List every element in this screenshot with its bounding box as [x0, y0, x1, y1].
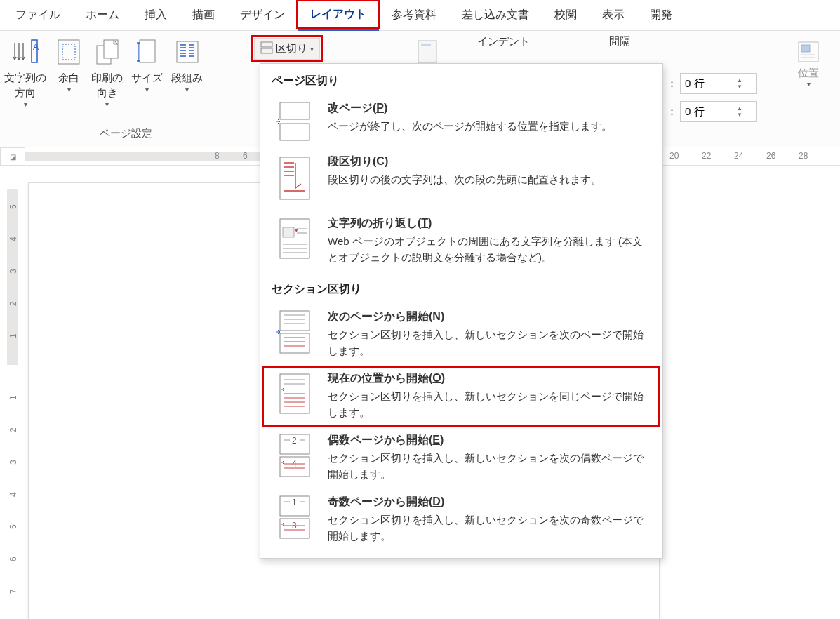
- column-break-icon: [274, 154, 315, 204]
- svg-rect-19: [280, 311, 309, 331]
- ruler-corner: ◪: [0, 147, 25, 166]
- tab-draw[interactable]: 描画: [180, 1, 227, 29]
- page-break-icon: [274, 101, 315, 142]
- ruler-mark: 8: [215, 151, 220, 161]
- breaks-button[interactable]: 区切り ▾: [254, 38, 320, 60]
- text-wrap-break-icon: [274, 216, 315, 261]
- section-break-odd-page[interactable]: 13 奇数ページから開始(D) セクション区切りを挿入し、新しいセクションを次の…: [260, 489, 662, 551]
- tab-review[interactable]: 校閲: [542, 1, 589, 29]
- vertical-ruler[interactable]: 5 4 3 2 1 1 2 3 4 5 6 7 8 9: [0, 189, 25, 619]
- section-odd-page-icon: 13: [274, 495, 315, 540]
- svg-text:1: 1: [292, 498, 297, 507]
- spacing-after-input[interactable]: ▲▼: [680, 101, 757, 122]
- spacing-after-value[interactable]: [681, 105, 737, 119]
- breaks-dropdown: ページ区切り 改ページ(P) ページが終了し、次のページが開始する位置を指定しま…: [260, 63, 663, 559]
- ruler-mark: 8: [8, 612, 18, 619]
- section-break-next-page[interactable]: 次のページから開始(N) セクション区切りを挿入し、新しいセクションを次のページ…: [260, 304, 662, 366]
- margins-icon: [55, 38, 83, 66]
- tab-references[interactable]: 参考資料: [379, 1, 449, 29]
- ruler-mark: 28: [799, 151, 808, 161]
- tab-insert[interactable]: 挿入: [132, 1, 180, 29]
- orientation-label: 印刷の 向き: [91, 70, 123, 100]
- break-column[interactable]: 段区切り(C) 段区切りの後の文字列は、次の段の先頭に配置されます。: [260, 149, 662, 211]
- ruler-mark: 5: [8, 195, 18, 209]
- svg-text:A: A: [33, 42, 39, 52]
- chevron-down-icon: ▾: [145, 85, 149, 95]
- size-label: サイズ: [131, 70, 163, 85]
- text-direction-label: 文字列の 方向: [4, 70, 46, 100]
- ruler-mark: 4: [8, 483, 18, 497]
- svg-rect-20: [280, 333, 309, 353]
- section-continuous-icon: [274, 371, 315, 416]
- chevron-down-icon: ▾: [185, 85, 189, 95]
- text-direction-button[interactable]: A 文字列の 方向 ▾: [0, 35, 51, 112]
- text-direction-icon: A: [11, 38, 39, 66]
- ruler-mark: 22: [702, 151, 711, 161]
- svg-rect-16: [280, 157, 309, 199]
- chevron-down-icon: ▾: [807, 80, 811, 88]
- section-break-continuous-desc: セクション区切りを挿入し、新しいセクションを同じページで開始します。: [328, 389, 651, 420]
- ruler-mark: 6: [8, 547, 18, 561]
- ribbon-tabs: ファイル ホーム 挿入 描画 デザイン レイアウト 参考資料 差し込み文書 校閲…: [0, 0, 840, 31]
- ruler-mark: 1: [8, 324, 18, 338]
- tab-file[interactable]: ファイル: [3, 1, 73, 29]
- spacing-after-suffix: ：: [667, 105, 677, 119]
- section-next-page-icon: [274, 310, 315, 354]
- break-text-wrapping[interactable]: 文字列の折り返し(T) Web ページのオブジェクトの周囲にある文字列を分離しま…: [260, 211, 662, 272]
- tab-view[interactable]: 表示: [589, 1, 637, 29]
- break-page[interactable]: 改ページ(P) ページが終了し、次のページが開始する位置を指定します。: [260, 95, 662, 149]
- columns-icon: [173, 38, 201, 66]
- indent-group-label: インデント: [477, 35, 530, 48]
- svg-text:4: 4: [292, 459, 297, 469]
- section-break-continuous[interactable]: 現在の位置から開始(O) セクション区切りを挿入し、新しいセクションを同じページ…: [260, 366, 662, 427]
- svg-text:3: 3: [292, 521, 297, 531]
- break-page-desc: ページが終了し、次のページが開始する位置を指定します。: [328, 119, 651, 135]
- ruler-mark: 2: [8, 292, 18, 306]
- tab-design[interactable]: デザイン: [227, 1, 298, 29]
- tab-mailings[interactable]: 差し込み文書: [449, 1, 542, 29]
- section-break-next-page-desc: セクション区切りを挿入し、新しいセクションを次のページで開始します。: [328, 327, 651, 359]
- spinner-arrows-icon[interactable]: ▲▼: [737, 77, 744, 90]
- orientation-icon: [93, 38, 121, 66]
- size-button[interactable]: サイズ ▾: [127, 35, 167, 98]
- breaks-category-page: ページ区切り: [260, 64, 662, 95]
- chevron-down-icon: ▾: [105, 100, 109, 109]
- breaks-category-section: セクション区切り: [260, 272, 662, 304]
- margins-button[interactable]: 余白 ▾: [51, 35, 87, 98]
- chevron-down-icon: ▾: [24, 100, 27, 109]
- columns-label: 段組み: [171, 70, 203, 85]
- breaks-icon: [260, 41, 273, 56]
- size-icon: [133, 38, 161, 66]
- orientation-button[interactable]: 印刷の 向き ▾: [87, 35, 127, 112]
- ruler-mark: 5: [8, 515, 18, 529]
- spacing-before-input[interactable]: ▲▼: [680, 73, 757, 94]
- svg-rect-11: [421, 44, 431, 46]
- tab-developer[interactable]: 開発: [637, 1, 685, 29]
- section-break-even-page-desc: セクション区切りを挿入し、新しいセクションを次の偶数ページで開始します。: [328, 451, 651, 482]
- ruler-mark: 3: [8, 260, 18, 274]
- breaks-label: 区切り: [276, 42, 307, 55]
- svg-rect-18: [283, 227, 294, 237]
- ruler-mark: 26: [766, 151, 775, 161]
- chevron-down-icon: ▾: [310, 45, 314, 53]
- position-button[interactable]: 位置 ▾: [793, 36, 824, 91]
- svg-text:2: 2: [292, 436, 297, 446]
- ruler-mark: 3: [8, 451, 18, 465]
- tab-home[interactable]: ホーム: [73, 1, 132, 29]
- ruler-mark: 2: [8, 418, 18, 432]
- svg-rect-15: [280, 124, 309, 140]
- spacing-before-value[interactable]: [681, 76, 737, 91]
- columns-button[interactable]: 段組み ▾: [167, 35, 207, 98]
- spinner-arrows-icon[interactable]: ▲▼: [737, 105, 744, 118]
- position-icon: [796, 39, 821, 67]
- section-break-even-page[interactable]: 24 偶数ページから開始(E) セクション区切りを挿入し、新しいセクションを次の…: [260, 427, 662, 489]
- svg-rect-2: [58, 40, 79, 64]
- svg-rect-3: [62, 44, 75, 60]
- section-break-odd-page-desc: セクション区切りを挿入し、新しいセクションを次の奇数ページで開始します。: [328, 512, 651, 544]
- svg-rect-9: [261, 48, 272, 53]
- svg-rect-7: [177, 41, 198, 62]
- tab-layout[interactable]: レイアウト: [298, 0, 379, 31]
- margins-label: 余白: [58, 70, 79, 85]
- svg-rect-6: [140, 40, 155, 62]
- svg-rect-8: [261, 42, 272, 47]
